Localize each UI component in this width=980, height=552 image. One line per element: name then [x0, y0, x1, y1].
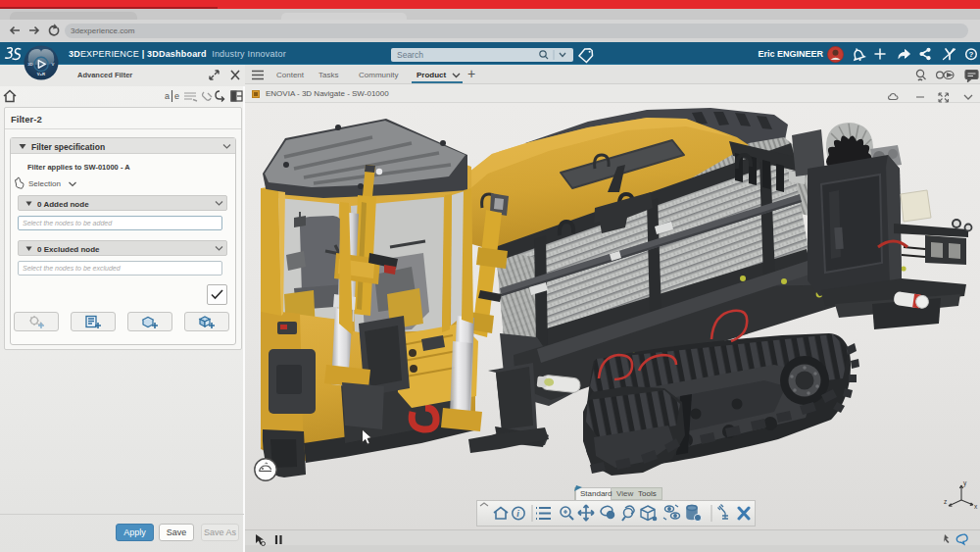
svg-text:a: a — [165, 91, 170, 101]
svg-text:z: z — [944, 498, 947, 505]
svg-text:i: i — [516, 509, 519, 519]
svg-text:V+R: V+R — [37, 72, 45, 76]
svg-text:x: x — [974, 503, 978, 510]
svg-text:3D: 3D — [27, 62, 32, 67]
svg-text:e: e — [174, 91, 179, 101]
svg-text:?: ? — [969, 50, 974, 59]
svg-text:V: V — [51, 62, 54, 67]
svg-text:y: y — [963, 479, 967, 487]
